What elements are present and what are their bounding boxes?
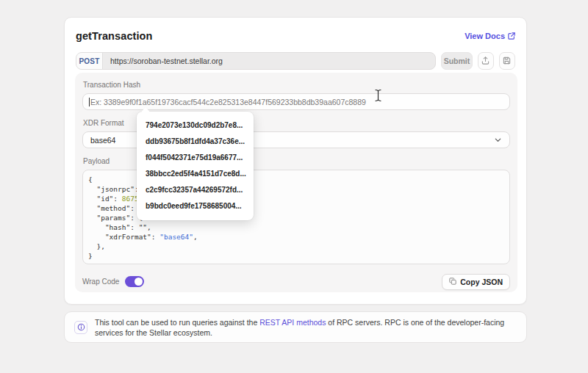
panel-footer: Wrap Code Copy JSON <box>82 273 510 290</box>
text-caret <box>89 98 90 106</box>
wrap-code-label: Wrap Code <box>82 278 119 286</box>
wrap-code-group: Wrap Code <box>82 276 144 287</box>
share-upload-icon <box>481 54 490 68</box>
request-builder-card: getTransaction View Docs POST https://so… <box>64 17 527 305</box>
endpoint-control: POST https://soroban-testnet.stellar.org <box>76 52 436 70</box>
transaction-hash-placeholder: Ex: 3389e9f0f1a65f19736cacf544c2e825313e… <box>90 98 366 106</box>
transaction-hash-input[interactable]: Ex: 3389e9f0f1a65f19736cacf544c2e825313e… <box>82 93 510 110</box>
info-icon-box <box>74 321 87 334</box>
view-docs-label: View Docs <box>465 32 505 40</box>
rest-api-methods-link[interactable]: REST API methods <box>259 318 326 327</box>
payload-line: "hash": "", <box>88 222 509 232</box>
hash-suggestion-item[interactable]: 794e2073e130dc09d2b7e8... <box>137 117 254 134</box>
note-text: This tool can be used to run queries aga… <box>95 317 517 338</box>
page-title: getTransaction <box>76 30 153 42</box>
request-bar: POST https://soroban-testnet.stellar.org… <box>76 52 515 70</box>
save-icon <box>503 54 511 68</box>
wrap-code-toggle[interactable] <box>125 276 144 287</box>
external-link-icon <box>508 32 515 40</box>
xdr-format-value: base64 <box>90 136 115 145</box>
hash-suggestion-item[interactable]: ddb93675b8f1dfd4a37c36e... <box>137 134 254 150</box>
share-button[interactable] <box>478 52 494 70</box>
chevron-down-icon <box>494 134 502 147</box>
info-icon <box>77 321 85 334</box>
payload-line: }, <box>88 242 509 251</box>
hash-suggestion-item[interactable]: f044f5042371e75d19a6677... <box>137 150 254 166</box>
copy-json-button[interactable]: Copy JSON <box>442 274 510 290</box>
copy-json-label: Copy JSON <box>460 278 503 286</box>
payload-line: } <box>88 251 509 261</box>
hash-suggestion-item[interactable]: 38bbcc2ed5f4a4151d7ce8d... <box>137 166 254 182</box>
payload-line: "xdrFormat": "base64", <box>88 232 509 242</box>
info-note-card: This tool can be used to run queries aga… <box>64 311 527 343</box>
save-button[interactable] <box>499 52 515 70</box>
view-docs-link[interactable]: View Docs <box>465 32 515 40</box>
hash-suggestion-item[interactable]: c2c9fcc32357a44269572fd... <box>137 182 254 198</box>
hash-suggestion-item[interactable]: b9bdc0eed9fe1758685004... <box>137 198 254 214</box>
endpoint-url-input[interactable]: https://soroban-testnet.stellar.org <box>103 53 435 69</box>
transaction-hash-label: Transaction Hash <box>83 81 510 89</box>
http-method-badge: POST <box>76 53 103 69</box>
copy-icon <box>449 278 456 286</box>
hash-suggestions-dropdown: 794e2073e130dc09d2b7e8... ddb93675b8f1df… <box>137 112 254 220</box>
submit-button[interactable]: Submit <box>441 52 473 70</box>
card-header: getTransaction View Docs <box>76 29 515 43</box>
page: { "header": { "title": "getTransaction",… <box>0 0 588 373</box>
toggle-knob <box>135 278 143 286</box>
